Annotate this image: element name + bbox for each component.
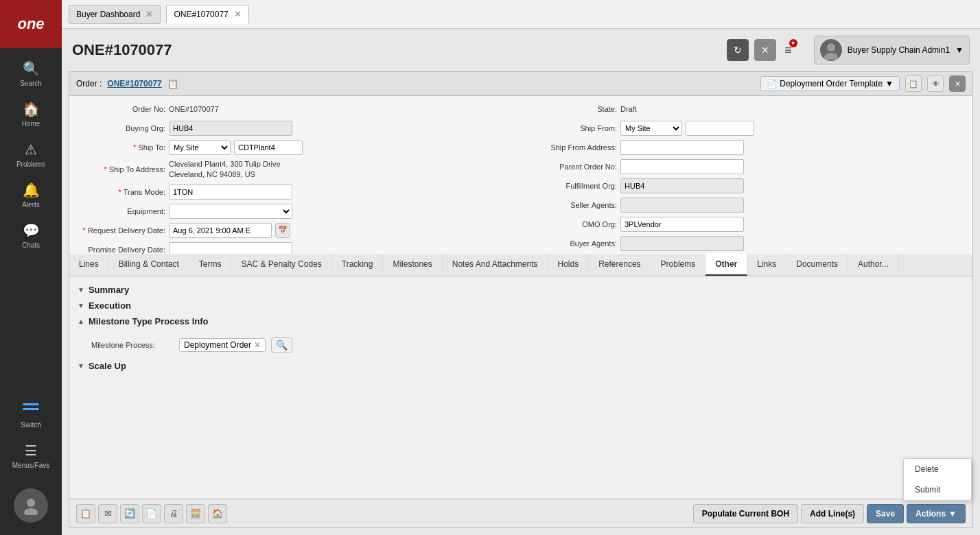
tab-close-order[interactable]: ✕ <box>234 10 242 19</box>
close-button[interactable]: ✕ <box>754 39 776 61</box>
template-icon: 📄 <box>767 79 777 88</box>
tab-close-buyer-dashboard[interactable]: ✕ <box>145 10 153 19</box>
order-header-right: 📄 Deployment Order Template ▼ 📋 👁 ✕ <box>760 75 966 92</box>
section-header-execution[interactable]: ▼ Execution <box>78 300 964 311</box>
toolbar-calc-btn[interactable]: 🧮 <box>186 504 205 523</box>
parent-order-row: Parent Order No: <box>528 159 966 174</box>
sidebar-item-menus[interactable]: ☰ Menus/Favs <box>0 436 62 476</box>
section-header-milestone-type[interactable]: ▲ Milestone Type Process Info <box>78 316 964 326</box>
parent-order-label: Parent Order No: <box>528 163 617 171</box>
actions-delete-item[interactable]: Delete <box>904 459 971 479</box>
request-delivery-label: Request Delivery Date: <box>76 226 165 235</box>
toolbar-email-btn[interactable]: ✉ <box>98 504 117 523</box>
order-no-value: ONE#1070077 <box>169 105 219 113</box>
refresh-button[interactable]: ↻ <box>727 39 749 61</box>
tab-lines[interactable]: Lines <box>69 254 109 276</box>
ship-to-select[interactable]: My Site <box>169 140 231 155</box>
tab-author[interactable]: Author... <box>848 254 899 276</box>
tab-notes-attachments[interactable]: Notes And Attachments <box>443 254 548 276</box>
actions-submit-item[interactable]: Submit <box>904 479 971 500</box>
section-header-scale-up[interactable]: ▼ Scale Up <box>78 361 964 371</box>
tab-references[interactable]: References <box>589 254 651 276</box>
actions-dropdown-icon: ▼ <box>948 509 957 519</box>
copy-icon[interactable]: 📋 <box>167 79 178 89</box>
ship-to-address-value: Cleveland Plant4, 300 Tulip DriveClevela… <box>169 159 281 180</box>
form-col-right: State: Draft Ship From: My Site Ship Fro… <box>528 102 966 254</box>
user-avatar <box>820 39 842 61</box>
promise-delivery-row: Promise Delivery Date: <box>76 242 514 254</box>
tab-milestones[interactable]: Milestones <box>383 254 442 276</box>
tab-order[interactable]: ONE#1070077 ✕ <box>166 5 248 24</box>
sidebar-item-search[interactable]: 🔍 Search <box>0 54 62 94</box>
toolbar-print-btn[interactable]: 🖨 <box>164 504 183 523</box>
scale-up-arrow: ▼ <box>78 362 84 370</box>
seller-agents-row: Seller Agents: <box>528 198 966 213</box>
bell-icon: 🔔 <box>23 182 40 198</box>
sidebar-item-avatar[interactable] <box>0 476 62 535</box>
header-view-icon-btn[interactable]: 👁 <box>927 75 944 92</box>
summary-title: Summary <box>89 285 129 295</box>
milestone-search-button[interactable]: 🔍 <box>271 337 292 353</box>
ship-from-input[interactable] <box>686 121 754 136</box>
milestone-tag-value: Deployment Order <box>184 340 251 350</box>
order-container: Order : ONE#1070077 📋 📄 Deployment Order… <box>69 71 973 528</box>
tab-buyer-dashboard[interactable]: Buyer Dashboard ✕ <box>69 5 161 24</box>
toolbar-refresh-btn[interactable]: 🔄 <box>120 504 139 523</box>
buyer-agents-input[interactable] <box>620 236 744 251</box>
search-icon: 🔍 <box>23 60 40 77</box>
tab-documents[interactable]: Documents <box>786 254 848 276</box>
tab-problems[interactable]: Problems <box>651 254 706 276</box>
section-header-summary[interactable]: ▼ Summary <box>78 285 964 295</box>
request-delivery-input[interactable] <box>169 223 272 238</box>
sidebar-item-alerts[interactable]: 🔔 Alerts <box>0 175 62 215</box>
actions-button[interactable]: Actions ▼ <box>907 504 966 523</box>
order-no-label: Order No: <box>76 105 165 113</box>
populate-boh-button[interactable]: Populate Current BOH <box>693 504 798 523</box>
svg-rect-1 <box>23 408 39 410</box>
ship-to-input[interactable] <box>234 140 303 155</box>
buyer-agents-label: Buyer Agents: <box>528 239 617 248</box>
sidebar-item-problems[interactable]: ⚠ Problems <box>0 134 62 175</box>
actions-popup: Delete Submit <box>903 458 972 501</box>
add-lines-button[interactable]: Add Line(s) <box>801 504 864 523</box>
toolbar-copy-btn[interactable]: 📋 <box>76 504 95 523</box>
sidebar: one 🔍 Search 🏠 Home ⚠ Problems 🔔 Alerts … <box>0 0 62 535</box>
tab-holds[interactable]: Holds <box>548 254 590 276</box>
fulfillment-org-input[interactable] <box>620 178 744 193</box>
ship-from-address-input[interactable] <box>620 140 744 155</box>
omo-org-input[interactable] <box>620 217 744 232</box>
seller-agents-input[interactable] <box>620 198 744 213</box>
sidebar-item-home[interactable]: 🏠 Home <box>0 94 62 134</box>
header-close-icon-btn[interactable]: ✕ <box>949 75 966 92</box>
trans-mode-input[interactable] <box>169 185 292 200</box>
tab-terms[interactable]: Terms <box>189 254 232 276</box>
trans-mode-row: Trans Mode: <box>76 185 514 200</box>
deployment-template-button[interactable]: 📄 Deployment Order Template ▼ <box>760 76 900 91</box>
milestone-type-title: Milestone Type Process Info <box>89 316 209 326</box>
milestone-tag-remove[interactable]: ✕ <box>254 340 261 350</box>
tab-tracking[interactable]: Tracking <box>332 254 384 276</box>
app-logo[interactable]: one <box>0 0 62 48</box>
user-section[interactable]: Buyer Supply Chain Admin1 ▼ <box>814 36 970 64</box>
save-button[interactable]: Save <box>867 504 904 523</box>
notification-count: ★ <box>791 40 795 46</box>
parent-order-input[interactable] <box>620 159 744 174</box>
tab-billing-contact[interactable]: Billing & Contact <box>109 254 189 276</box>
tab-links[interactable]: Links <box>747 254 786 276</box>
calendar-icon-btn[interactable]: 📅 <box>275 223 290 238</box>
order-id-link[interactable]: ONE#1070077 <box>107 79 161 88</box>
form-area: Order No: ONE#1070077 Buying Org: Ship T… <box>69 96 972 254</box>
buying-org-input[interactable] <box>169 121 292 136</box>
buyer-agents-row: Buyer Agents: <box>528 236 966 251</box>
toolbar-doc-btn[interactable]: 📄 <box>142 504 161 523</box>
sidebar-item-chats[interactable]: 💬 Chats <box>0 215 62 256</box>
promise-delivery-input[interactable] <box>169 242 292 254</box>
user-avatar-sidebar <box>14 488 48 523</box>
tab-sac-penalty[interactable]: SAC & Penalty Codes <box>231 254 331 276</box>
equipment-select[interactable] <box>169 204 292 219</box>
sidebar-item-switch[interactable]: Switch <box>0 392 62 436</box>
toolbar-home-btn[interactable]: 🏠 <box>208 504 227 523</box>
tab-other[interactable]: Other <box>705 254 747 276</box>
ship-from-select[interactable]: My Site <box>620 121 682 136</box>
header-copy-icon-btn[interactable]: 📋 <box>905 75 922 92</box>
